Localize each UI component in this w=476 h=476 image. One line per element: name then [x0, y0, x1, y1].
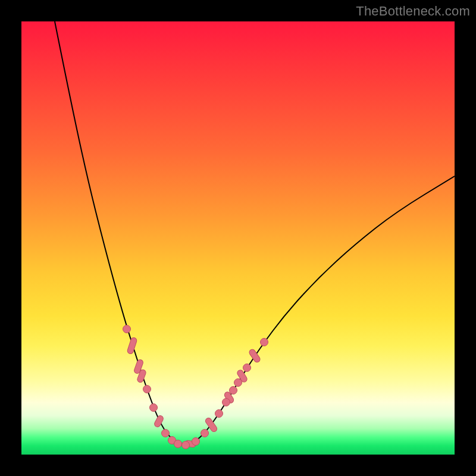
plot-area: [21, 21, 455, 455]
curve-dot: [123, 325, 131, 333]
curve-dot: [234, 379, 242, 387]
curve-dot: [174, 440, 182, 448]
bottleneck-curve: [55, 21, 455, 444]
curve-dot: [150, 404, 158, 412]
curve-svg: [21, 21, 455, 455]
curve-dot: [143, 386, 151, 393]
curve-dots: [123, 325, 268, 449]
attribution-label: TheBottleneck.com: [356, 4, 470, 19]
curve-tick: [127, 337, 137, 355]
chart-frame: TheBottleneck.com: [0, 0, 476, 476]
curve-dot: [223, 399, 230, 406]
curve-dot: [261, 339, 268, 346]
curve-dot: [215, 410, 223, 418]
curve-dot: [201, 430, 209, 437]
curve-dot: [230, 387, 237, 394]
curve-dot: [162, 430, 170, 437]
curve-dot: [192, 438, 200, 446]
curve-dot: [182, 441, 190, 449]
curve-dot: [243, 364, 251, 372]
